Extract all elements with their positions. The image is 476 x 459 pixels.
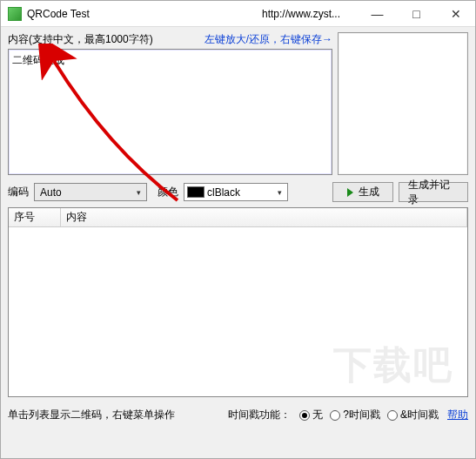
chevron-down-icon: ▾ [273,186,285,199]
help-link[interactable]: 帮助 [447,408,468,422]
timestamp-label: 时间戳功能： [228,408,291,422]
records-table[interactable]: 序号 内容 下载吧 [8,207,468,397]
bottom-tip: 单击列表显示二维码，右键菜单操作 [8,408,175,422]
content-label: 内容(支持中文，最高1000字符) [8,32,153,47]
radio-icon [387,410,398,421]
app-icon [8,7,22,21]
play-icon [347,188,353,197]
radio-none[interactable]: 无 [299,408,323,422]
table-header: 序号 内容 [9,208,467,227]
chevron-down-icon: ▾ [132,186,144,199]
content-textarea[interactable] [8,49,332,175]
minimize-button[interactable]: — [358,1,397,26]
color-value: clBlack [207,186,256,199]
radio-q-label: ?时间戳 [343,408,380,422]
maximize-button[interactable]: □ [397,1,436,26]
timestamp-radio-group: 无 ?时间戳 &时间戳 [299,408,439,422]
preview-hint: 左键放大/还原，右键保存→ [204,32,332,47]
radio-q-timestamp[interactable]: ?时间戳 [330,408,380,422]
color-swatch [187,186,204,198]
titlebar: QRCode Test http://www.zyst... — □ ✕ [1,1,475,27]
window-url: http://www.zyst... [262,8,340,20]
col-seq[interactable]: 序号 [9,208,61,226]
radio-icon [299,410,310,421]
encoding-value: Auto [35,186,77,199]
window-title: QRCode Test [27,8,90,20]
radio-none-label: 无 [312,408,323,422]
generate-record-button[interactable]: 生成并记录 [399,182,468,202]
color-combo[interactable]: clBlack ▾ [184,183,288,201]
close-button[interactable]: ✕ [436,1,475,26]
color-label: 颜色 [158,185,178,199]
encoding-label: 编码 [8,185,29,199]
generate-button[interactable]: 生成 [332,182,393,202]
generate-label: 生成 [359,185,379,199]
radio-icon [330,410,340,421]
generate-record-label: 生成并记录 [408,178,459,207]
radio-amp-timestamp[interactable]: &时间戳 [387,408,439,422]
col-content[interactable]: 内容 [61,208,467,226]
table-body[interactable] [9,227,467,396]
qr-preview-box[interactable] [338,32,468,175]
encoding-combo[interactable]: Auto ▾ [34,183,147,201]
radio-amp-label: &时间戳 [400,408,439,422]
